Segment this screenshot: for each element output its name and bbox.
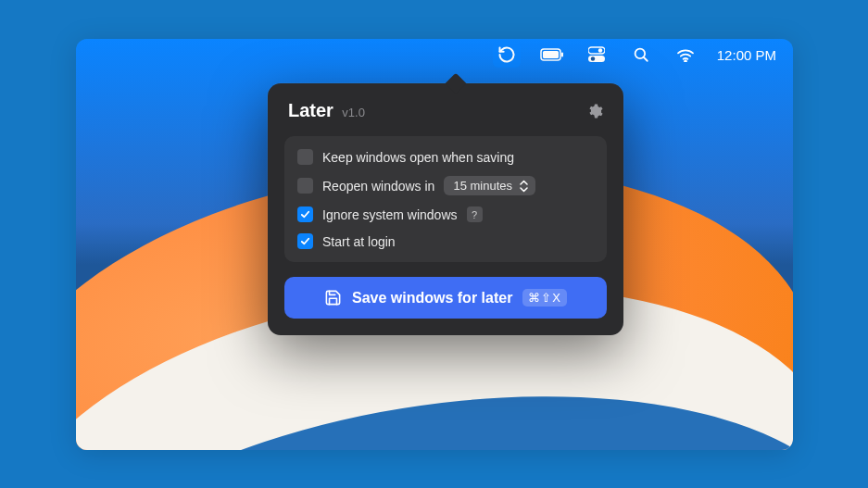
menubar-clock[interactable]: 12:00 PM xyxy=(717,47,776,63)
option-start-login: Start at login xyxy=(297,233,594,249)
keep-open-checkbox[interactable] xyxy=(297,149,313,165)
option-ignore-system: Ignore system windows ? xyxy=(297,206,594,222)
app-title-group: Later v1.0 xyxy=(288,100,365,121)
keep-open-label: Keep windows open when saving xyxy=(322,150,514,165)
reopen-checkbox[interactable] xyxy=(297,178,313,194)
wifi-icon[interactable] xyxy=(673,42,698,68)
svg-point-6 xyxy=(591,56,595,60)
later-menubar-icon[interactable] xyxy=(493,42,521,68)
menubar: 12:00 PM xyxy=(76,39,793,70)
spotlight-search-icon[interactable] xyxy=(628,42,654,68)
app-title: Later xyxy=(288,100,333,120)
save-windows-button[interactable]: Save windows for later ⌘⇧X xyxy=(284,277,607,319)
save-button-shortcut: ⌘⇧X xyxy=(522,289,567,307)
svg-point-9 xyxy=(685,60,686,62)
svg-line-8 xyxy=(644,57,648,61)
control-center-icon[interactable] xyxy=(584,42,610,68)
save-button-label: Save windows for later xyxy=(352,290,512,307)
svg-rect-5 xyxy=(588,56,605,62)
battery-icon[interactable] xyxy=(539,42,565,68)
start-login-label: Start at login xyxy=(322,234,396,249)
svg-rect-2 xyxy=(561,53,563,57)
options-panel: Keep windows open when saving Reopen win… xyxy=(284,136,607,262)
ignore-system-label: Ignore system windows xyxy=(322,207,458,222)
svg-rect-3 xyxy=(588,47,605,54)
app-version: v1.0 xyxy=(342,106,365,119)
desktop-frame: 12:00 PM Later v1.0 Keep windows open wh… xyxy=(76,39,793,450)
svg-rect-1 xyxy=(543,51,559,58)
save-floppy-icon xyxy=(324,289,342,307)
ignore-system-help-icon[interactable]: ? xyxy=(467,206,483,222)
reopen-label: Reopen windows in xyxy=(322,179,434,194)
option-keep-open: Keep windows open when saving xyxy=(297,149,594,165)
select-chevrons-icon xyxy=(520,180,528,193)
start-login-checkbox[interactable] xyxy=(297,233,313,249)
reopen-delay-select[interactable]: 15 minutes xyxy=(444,176,535,195)
ignore-system-checkbox[interactable] xyxy=(297,206,313,222)
reopen-delay-value: 15 minutes xyxy=(453,179,512,193)
option-reopen: Reopen windows in 15 minutes xyxy=(297,176,594,195)
svg-point-4 xyxy=(598,48,602,52)
later-popover: Later v1.0 Keep windows open when saving… xyxy=(268,83,623,335)
popover-header: Later v1.0 xyxy=(284,100,607,121)
settings-gear-icon[interactable] xyxy=(586,103,603,119)
